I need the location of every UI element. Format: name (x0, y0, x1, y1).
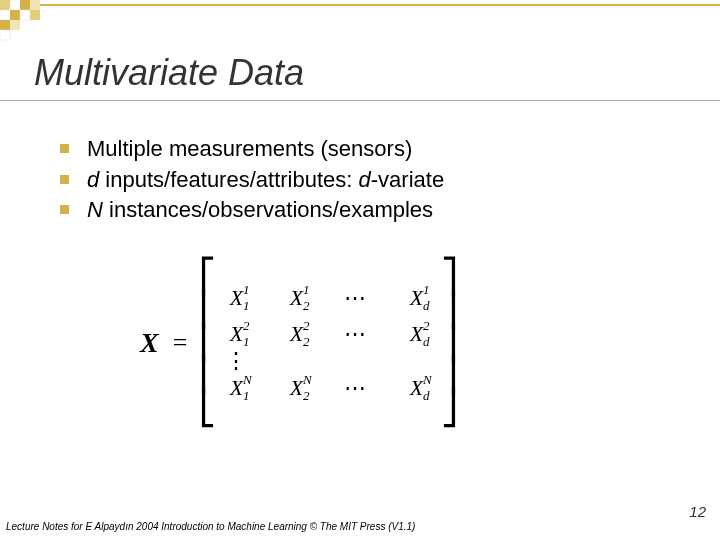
var-N: N (87, 197, 103, 222)
right-bracket-icon: ⎤⎥⎥⎥⎦ (441, 268, 453, 418)
bullet-text: Multiple measurements (sensors) (87, 135, 412, 164)
var-d: d (359, 167, 371, 192)
matrix-cell: XNd (399, 375, 433, 401)
matrix-cell: XN1 (219, 375, 253, 401)
list-item: Multiple measurements (sensors) (60, 135, 444, 164)
text: inputs/features/attributes: (99, 167, 358, 192)
svg-rect-1 (10, 0, 20, 10)
matrix-cell: X21 (219, 321, 253, 347)
bullet-list: Multiple measurements (sensors) d inputs… (60, 135, 444, 227)
matrix-cell: X2d (399, 321, 433, 347)
vdots-icon: ⋮ (219, 357, 253, 365)
matrix-body: X11 X12 ⋯ X1d X21 X22 ⋯ X2d ⋮ XN1 XN2 ⋯ … (219, 285, 433, 401)
svg-rect-6 (20, 10, 30, 20)
matrix-cell: XN2 (279, 375, 313, 401)
footer-citation: Lecture Notes for E Alpaydın 2004 Introd… (6, 521, 415, 532)
svg-rect-10 (0, 30, 10, 40)
list-item: d inputs/features/attributes: d-variate (60, 166, 444, 195)
text: instances/observations/examples (103, 197, 433, 222)
svg-rect-5 (10, 10, 20, 20)
equals-sign: = (173, 328, 188, 358)
text: -variate (371, 167, 444, 192)
bullet-icon (60, 175, 69, 184)
matrix-cell: X11 (219, 285, 253, 311)
cdots-icon: ⋯ (339, 285, 373, 311)
list-item: N instances/observations/examples (60, 196, 444, 225)
matrix-cell: X12 (279, 285, 313, 311)
page-number: 12 (689, 503, 706, 520)
bullet-icon (60, 144, 69, 153)
corner-decoration (0, 0, 720, 46)
svg-rect-3 (30, 0, 40, 10)
svg-rect-8 (0, 20, 10, 30)
cdots-icon: ⋯ (339, 321, 373, 347)
matrix-cell: X1d (399, 285, 433, 311)
matrix-cell: X22 (279, 321, 313, 347)
svg-rect-4 (0, 10, 10, 20)
bullet-text: d inputs/features/attributes: d-variate (87, 166, 444, 195)
left-bracket-icon: ⎡⎢⎢⎢⎣ (199, 268, 211, 418)
matrix-equation: X = ⎡⎢⎢⎢⎣ X11 X12 ⋯ X1d X21 X22 ⋯ X2d ⋮ … (140, 268, 453, 418)
var-d: d (87, 167, 99, 192)
title-underline (0, 100, 720, 101)
svg-rect-7 (30, 10, 40, 20)
cdots-icon: ⋯ (339, 375, 373, 401)
matrix-lhs: X (140, 327, 159, 359)
bullet-text: N instances/observations/examples (87, 196, 433, 225)
svg-rect-2 (20, 0, 30, 10)
slide-title: Multivariate Data (34, 52, 304, 94)
svg-rect-9 (10, 20, 20, 30)
svg-rect-0 (0, 0, 10, 10)
bullet-icon (60, 205, 69, 214)
